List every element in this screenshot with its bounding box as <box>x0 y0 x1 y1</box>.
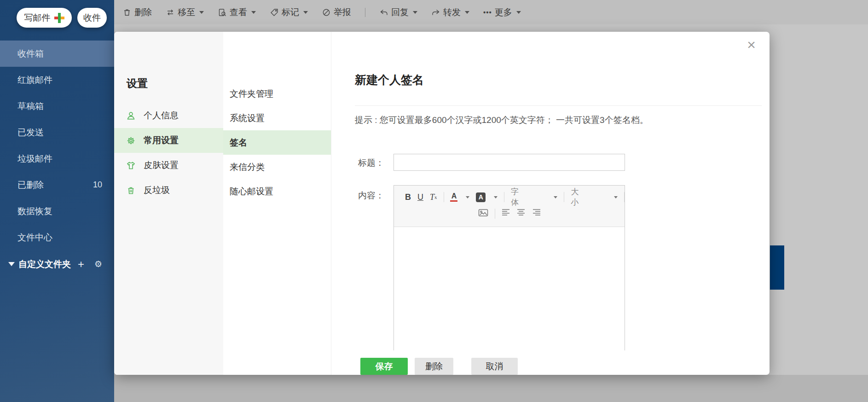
subnav-incoming-classification[interactable]: 来信分类 <box>223 155 331 179</box>
custom-folders-row: 自定义文件夹 + ⚙ <box>0 251 114 277</box>
subnav-suixin-mail[interactable]: 随心邮设置 <box>223 179 331 204</box>
toolbar-separator <box>444 192 444 202</box>
align-left-button[interactable] <box>502 209 510 216</box>
sidebar: 写邮件 收件 收件箱 红旗邮件 草稿箱 已发送 垃圾邮件 已删除10 数据恢复 … <box>0 0 114 402</box>
trash-icon <box>126 186 136 195</box>
add-folder-icon[interactable]: + <box>78 259 84 270</box>
folder-list: 收件箱 红旗邮件 草稿箱 已发送 垃圾邮件 已删除10 数据恢复 文件中心 <box>0 41 114 251</box>
settings-subnav-panel: 文件夹管理 系统设置 签名 来信分类 随心邮设置 <box>223 32 331 375</box>
color-swatch <box>450 200 457 202</box>
signature-title-input[interactable] <box>393 154 625 171</box>
signature-hint: 提示 : 您可设置最多600个汉字或1200个英文字符； 一共可设置3个签名档。 <box>355 114 648 126</box>
subnav-system-settings[interactable]: 系统设置 <box>223 106 331 130</box>
gear-icon <box>126 136 136 146</box>
save-button[interactable]: 保存 <box>360 358 408 375</box>
delete-button[interactable]: 删除 <box>415 358 453 375</box>
user-icon <box>126 111 136 121</box>
underline-button[interactable]: U <box>417 192 423 202</box>
toolbar-separator <box>495 209 495 219</box>
sidebar-item-spam[interactable]: 垃圾邮件 <box>0 146 114 172</box>
toolbar-separator <box>504 192 504 202</box>
settings-modal: 设置 个人信息 常用设置 皮肤设置 反垃圾 <box>114 32 770 375</box>
editor-toolbar: B U Tx A A 字体 大小 <box>394 186 625 227</box>
sidebar-item-flagged[interactable]: 红旗邮件 <box>0 67 114 93</box>
signature-editor: B U Tx A A 字体 大小 <box>393 185 625 350</box>
shirt-icon <box>126 161 136 170</box>
signature-content-editor[interactable] <box>394 227 625 350</box>
subnav-folder-management[interactable]: 文件夹管理 <box>223 82 331 106</box>
signature-panel: × 新建个人签名 提示 : 您可设置最多600个汉字或1200个英文字符； 一共… <box>331 32 770 375</box>
feedback-tab[interactable] <box>770 245 784 290</box>
chevron-down-icon <box>614 196 618 198</box>
sidebar-item-deleted[interactable]: 已删除10 <box>0 172 114 198</box>
subnav-signature[interactable]: 签名 <box>223 130 331 155</box>
settings-nav-panel: 设置 个人信息 常用设置 皮肤设置 反垃圾 <box>114 32 223 375</box>
text-color-button[interactable]: A <box>450 192 457 202</box>
compose-button[interactable]: 写邮件 <box>17 8 72 28</box>
settings-nav-personal-info[interactable]: 个人信息 <box>114 103 223 128</box>
cancel-button[interactable]: 取消 <box>471 358 518 375</box>
font-family-select[interactable]: 字体 <box>511 186 558 208</box>
sidebar-item-sent[interactable]: 已发送 <box>0 119 114 146</box>
align-right-button[interactable] <box>532 209 541 216</box>
clear-format-button[interactable]: Tx <box>430 192 437 202</box>
close-icon[interactable]: × <box>747 37 756 52</box>
receive-button[interactable]: 收件 <box>77 8 107 28</box>
settings-nav-skin-settings[interactable]: 皮肤设置 <box>114 153 223 178</box>
sidebar-item-drafts[interactable]: 草稿箱 <box>0 93 114 119</box>
manage-folders-gear-icon[interactable]: ⚙ <box>94 260 102 268</box>
toolbar-separator <box>624 192 625 202</box>
divider <box>355 105 762 106</box>
settings-nav-anti-spam[interactable]: 反垃圾 <box>114 178 223 203</box>
bg-color-button[interactable]: A <box>476 192 486 202</box>
chevron-down-icon[interactable] <box>466 196 469 198</box>
sidebar-item-data-recovery[interactable]: 数据恢复 <box>0 198 114 224</box>
mail-app-screen: 删除 移至 查看 标记 举报 <box>0 0 868 402</box>
chevron-down-icon <box>554 196 557 198</box>
align-center-button[interactable] <box>517 209 526 216</box>
font-size-select[interactable]: 大小 <box>571 186 618 208</box>
settings-title: 设置 <box>127 76 148 91</box>
bold-button[interactable]: B <box>405 192 411 202</box>
sidebar-item-inbox[interactable]: 收件箱 <box>0 41 114 67</box>
plus-icon <box>54 13 64 23</box>
title-field-label: 标题： <box>357 157 384 169</box>
settings-nav-common-settings[interactable]: 常用设置 <box>114 128 223 153</box>
content-field-label: 内容： <box>357 190 384 202</box>
panel-title: 新建个人签名 <box>355 72 424 87</box>
insert-image-button[interactable] <box>478 209 488 217</box>
toolbar-separator <box>564 192 564 202</box>
deleted-count-badge: 10 <box>93 180 102 190</box>
chevron-down-icon[interactable] <box>494 196 498 198</box>
sidebar-item-file-center[interactable]: 文件中心 <box>0 224 114 251</box>
collapse-triangle-icon[interactable] <box>8 262 15 266</box>
custom-folders-label[interactable]: 自定义文件夹 <box>18 258 78 270</box>
